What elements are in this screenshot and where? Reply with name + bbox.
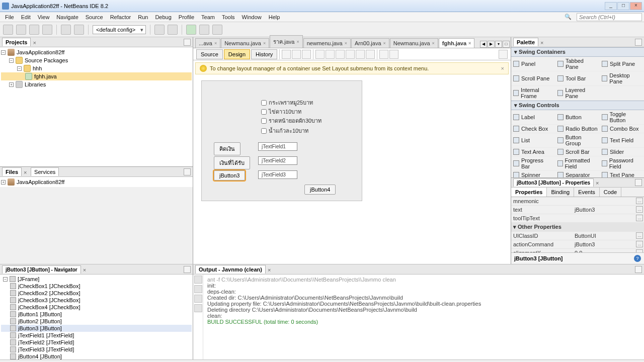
save-icon[interactable] [194,295,202,303]
menu-refactor[interactable]: Refactor [107,13,134,21]
prop-value[interactable]: 0.0… [573,249,644,252]
open-icon[interactable] [29,25,39,35]
textfield-3[interactable]: jTextField3 [258,170,297,179]
expander-icon[interactable]: + [1,180,6,185]
palette-item[interactable]: Button Group [555,133,600,148]
close-tab-icon[interactable]: × [432,41,435,46]
menu-team[interactable]: Team [198,13,218,21]
tab-max-icon[interactable]: □ [503,41,510,48]
new-file-icon[interactable] [3,25,13,35]
prop-value[interactable]: … [573,197,644,205]
textfield-1[interactable]: jTextField1 [258,142,297,151]
close-icon[interactable]: × [268,267,273,272]
navigator-item[interactable]: jButton1 [JButton] [1,311,192,318]
expander-icon[interactable]: − [9,58,14,63]
palette-section-containers[interactable]: ▾ Swing Containers [511,47,644,57]
source-button[interactable]: Source [196,49,223,59]
close-tab-icon[interactable]: × [296,39,299,44]
close-icon[interactable]: × [24,169,29,174]
palette-item[interactable]: Toggle Button [600,110,644,125]
checkbox-3[interactable] [261,118,267,124]
navigator-item[interactable]: jButton2 [JButton] [1,318,192,325]
palette-section-controls[interactable]: ▾ Swing Controls [511,101,644,110]
files-tree[interactable]: +JavaApplication82ff [0,177,193,187]
menu-profile[interactable]: Profile [176,13,197,21]
navigator-item[interactable]: jCheckBox2 [JCheckBox] [1,290,192,297]
save-all-icon[interactable] [42,25,52,35]
menu-run[interactable]: Run [135,13,151,21]
menu-file[interactable]: File [2,13,17,21]
preview-icon[interactable] [302,50,311,59]
projects-tree[interactable]: −JavaApplication82ff −Source Packages −h… [0,47,193,166]
menu-help[interactable]: Help [266,13,283,21]
build-icon[interactable] [154,25,165,35]
close-tab-icon[interactable]: × [263,41,266,46]
wrap-icon[interactable] [194,304,202,312]
menu-source[interactable]: Source [83,13,106,21]
close-tab-icon[interactable]: × [468,41,471,46]
palette-item[interactable]: Internal Frame [511,86,555,101]
debug-icon[interactable] [199,25,209,35]
minimize-panel-icon[interactable] [184,168,191,175]
navigator-item[interactable]: jCheckBox3 [JCheckBox] [1,297,192,304]
close-tab-icon[interactable]: × [383,41,386,46]
tab-next-icon[interactable]: ▶ [488,41,495,48]
menu-tools[interactable]: Tools [219,13,238,21]
close-icon[interactable]: × [540,40,545,45]
palette-item[interactable]: Split Pane [600,57,644,71]
navigator-tree[interactable]: −[JFrame] jCheckBox1 [JCheckBox]jCheckBo… [0,275,193,359]
palette-item[interactable]: Tabbed Pane [555,57,600,71]
form-surface[interactable]: กระเพราหมู25บาท ไข่ดาว10บาท ราดหน้ายอดผั… [201,80,362,201]
align-right-icon[interactable] [326,50,335,59]
menu-edit[interactable]: Edit [18,13,34,21]
palette-item[interactable]: Progress Bar [511,156,555,171]
expander-icon[interactable]: − [3,277,8,282]
props-tab-code[interactable]: Code [600,188,621,197]
button-2[interactable]: เงินที่ได้รับ [214,156,250,169]
checkbox-1[interactable] [261,100,267,106]
resize-h-icon[interactable] [379,50,388,59]
props-tab-properties[interactable]: Properties [511,188,547,197]
navigator-item[interactable]: jTextField1 [JTextField] [1,332,192,339]
services-tab[interactable]: Services [31,167,59,176]
align-top-icon[interactable] [336,50,345,59]
tab-list-icon[interactable]: ▾ [495,41,502,48]
palette-item[interactable]: Combo Box [600,125,644,133]
palette-item[interactable]: Layered Pane [555,86,600,101]
close-tab-icon[interactable]: × [214,41,217,46]
expander-icon[interactable]: − [17,66,22,71]
projects-tab[interactable]: Projects [2,38,31,46]
expander-icon[interactable]: − [1,50,6,55]
ellipsis-icon[interactable]: … [636,198,643,204]
palette-item[interactable]: Text Field [600,133,644,148]
palette-item[interactable]: Label [511,110,555,125]
close-icon[interactable]: × [83,267,88,272]
palette-item[interactable]: Desktop Pane [600,71,644,86]
checkbox-2[interactable] [261,109,267,115]
resize-v-icon[interactable] [389,50,398,59]
navigator-item[interactable]: jCheckBox4 [JCheckBox] [1,304,192,311]
profile-icon[interactable] [212,25,222,35]
editor-tab[interactable]: ราค.java× [270,35,303,48]
undo-icon[interactable] [61,25,71,35]
close-tab-icon[interactable]: × [345,41,347,46]
close-hint-icon[interactable]: × [501,65,504,71]
editor-tab[interactable]: Newmanu.java× [221,38,269,48]
palette-item[interactable]: Button [555,110,600,125]
maximize-button[interactable]: □ [617,2,629,10]
expander-icon[interactable]: + [9,82,14,87]
minimize-button[interactable]: _ [605,2,617,10]
navigator-tab[interactable]: jButton3 [JButton] - Navigator [2,265,81,274]
prop-value[interactable]: … [573,214,644,222]
palette-item[interactable]: Tool Bar [555,71,600,86]
palette-item[interactable]: Panel [511,57,555,71]
minimize-panel-icon[interactable] [184,39,191,46]
navigator-item[interactable]: jTextField3 [JTextField] [1,346,192,353]
search-input[interactable] [577,13,642,21]
editor-tab[interactable]: Newmanu.java× [390,38,438,48]
align-left-icon[interactable] [315,50,325,59]
prop-section[interactable]: ▾ Other Properties [511,223,564,231]
palette-item[interactable]: Text Area [511,148,555,156]
close-icon[interactable]: × [596,180,601,185]
palette-item[interactable]: Check Box [511,125,555,133]
